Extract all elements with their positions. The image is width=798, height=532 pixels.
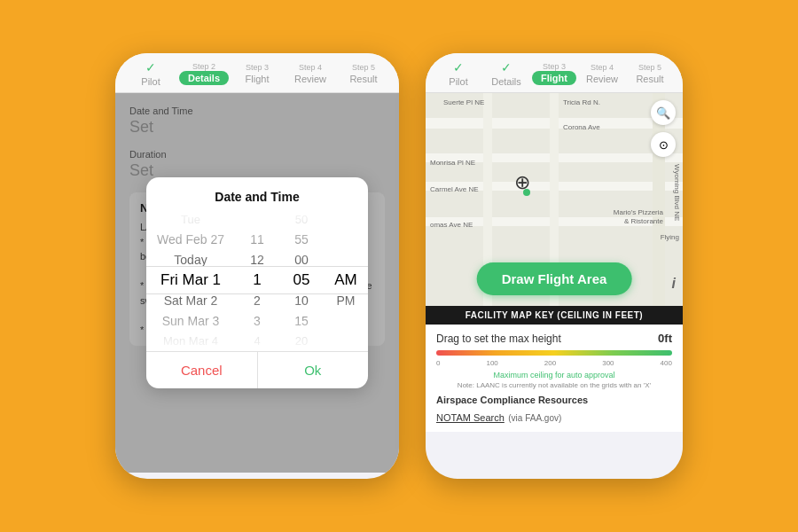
screens-container: ✓ Pilot Step 2 Details Step 3 Flight Ste…: [115, 53, 683, 479]
review-badge-right: Step 4: [591, 63, 614, 72]
slider-ticks: 0 100 200 300 400: [436, 359, 672, 367]
step-result-left[interactable]: Step 5 Result: [337, 63, 390, 84]
map-area[interactable]: Suerte Pl NE Tricia Rd N. Corona Ave Mon…: [426, 93, 683, 306]
notam-via: (via FAA.gov): [508, 413, 561, 423]
road-label-carmel: Carmel Ave NE: [430, 185, 479, 193]
left-step-header: ✓ Pilot Step 2 Details Step 3 Flight Ste…: [115, 53, 399, 93]
map-location-button[interactable]: ⊙: [651, 132, 676, 157]
picker-min-0: 50: [279, 209, 324, 230]
step-result-right[interactable]: Step 5 Result: [626, 63, 674, 84]
road-label-marios: Mario's Pizzeria& Ristorante: [614, 208, 663, 225]
road-label-omas: omas Ave NE: [430, 221, 473, 229]
height-value: 0ft: [658, 332, 672, 345]
result-label-right: Result: [636, 74, 663, 84]
modal-title: Date and Time: [146, 177, 368, 209]
map-search-button[interactable]: 🔍: [651, 100, 676, 125]
result-label-left: Result: [349, 74, 377, 84]
max-ceiling-note: Maximum ceiling for auto approval: [436, 371, 672, 379]
notam-link[interactable]: NOTAM Search (via FAA.gov): [436, 409, 672, 425]
pilot-label-right: Pilot: [449, 76, 467, 87]
modal-overlay: Date and Time Tue Wed Feb 27 Today Fri M…: [115, 93, 399, 473]
picker-min-5: 15: [279, 310, 324, 331]
result-badge-left: Step 5: [352, 63, 375, 72]
step-flight-left[interactable]: Step 3 Flight: [231, 63, 284, 84]
road-label-wyoming: Wyoming Blvd NE: [673, 164, 681, 221]
step-pilot-right[interactable]: ✓ Pilot: [434, 60, 482, 87]
details-label-right: Details: [491, 76, 521, 87]
info-button[interactable]: i: [672, 276, 676, 292]
picker-ampm-1: [324, 230, 368, 250]
flight-badge-right: Step 3: [543, 62, 566, 71]
picker-ampm-0: [324, 209, 368, 230]
step-review-right[interactable]: Step 4 Review: [578, 63, 626, 84]
laanc-note: Note: LAANC is currently not available o…: [436, 381, 672, 389]
step-details-left[interactable]: Step 2 Details: [177, 62, 231, 85]
draw-flight-area-button[interactable]: Draw Flight Area: [477, 262, 632, 295]
draw-button-label: Draw Flight Area: [502, 271, 607, 286]
pilot-check-icon: ✓: [145, 60, 156, 74]
road-label-flying: Flying: [661, 233, 679, 241]
review-badge-left: Step 4: [299, 63, 322, 72]
facility-bar: FACILITY MAP KEY (CEILING IN FEET): [426, 306, 683, 325]
right-phone: ✓ Pilot ✓ Details Step 3 Flight Step 4 R…: [426, 53, 683, 479]
road-v3: [653, 93, 665, 306]
modal-buttons: Cancel Ok: [146, 351, 368, 388]
date-time-modal: Date and Time Tue Wed Feb 27 Today Fri M…: [146, 177, 368, 388]
road-label-monrisa: Monrisa Pl NE: [430, 159, 475, 167]
info-icon: i: [672, 276, 676, 291]
picker-ampm-5: [324, 310, 368, 331]
picker-hour-6: 4: [235, 331, 279, 351]
picker-highlight: [146, 266, 368, 294]
step-pilot-label: Pilot: [141, 76, 160, 87]
airspace-label: Airspace Compliance Resources: [436, 395, 672, 405]
flight-badge-left: Step 3: [246, 63, 269, 72]
picker-ampm-6: [324, 331, 368, 351]
right-step-header: ✓ Pilot ✓ Details Step 3 Flight Step 4 R…: [426, 53, 683, 93]
drag-label: Drag to set the max height: [436, 332, 561, 345]
picker-day-6: Mon Mar 4: [146, 331, 235, 351]
result-badge-right: Step 5: [638, 63, 661, 72]
details-check-right-icon: ✓: [501, 60, 512, 74]
road-label-corona: Corona Ave: [563, 123, 600, 131]
step-pilot-left[interactable]: ✓ Pilot: [124, 60, 177, 87]
step-details-right[interactable]: ✓ Details: [482, 60, 530, 87]
picker-day-1: Wed Feb 27: [146, 230, 235, 250]
details-badge: Step 2: [192, 62, 215, 71]
cancel-button[interactable]: Cancel: [146, 352, 258, 388]
picker-day-0: Tue: [146, 209, 235, 230]
height-row: Drag to set the max height 0ft: [436, 332, 672, 345]
step-review-left[interactable]: Step 4 Review: [284, 63, 337, 84]
flight-pill-right: Flight: [532, 71, 576, 85]
review-label-left: Review: [294, 74, 326, 84]
step-flight-right[interactable]: Step 3 Flight: [530, 62, 578, 85]
road-label-suerte: Suerte Pl NE: [443, 98, 484, 106]
left-phone: ✓ Pilot Step 2 Details Step 3 Flight Ste…: [115, 53, 399, 479]
ok-button[interactable]: Ok: [258, 352, 369, 388]
picker-hour-0: [235, 209, 279, 230]
notam-label: NOTAM Search: [436, 412, 505, 423]
details-pill: Details: [179, 71, 229, 85]
review-label-right: Review: [586, 74, 618, 84]
picker-day-5: Sun Mar 3: [146, 310, 235, 331]
search-icon: 🔍: [656, 106, 670, 120]
picker-min-1: 55: [279, 230, 324, 250]
flight-label-left: Flight: [246, 74, 270, 84]
left-content: Date and Time Set Duration Set Not LA_ a…: [115, 93, 399, 473]
height-section: Drag to set the max height 0ft 0 100 200…: [426, 325, 683, 432]
picker-hour-5: 3: [235, 310, 279, 331]
picker-hour-1: 11: [235, 230, 279, 250]
pilot-check-right-icon: ✓: [453, 60, 464, 74]
height-slider[interactable]: [436, 350, 672, 356]
road-label-tricia: Tricia Rd N.: [563, 98, 600, 106]
location-icon: ⊙: [659, 138, 669, 152]
facility-bar-label: FACILITY MAP KEY (CEILING IN FEET): [466, 310, 643, 320]
drone-dot: [523, 189, 530, 196]
picker-container[interactable]: Tue Wed Feb 27 Today Fri Mar 1 Sat Mar 2…: [146, 209, 368, 351]
picker-min-6: 20: [279, 331, 324, 351]
